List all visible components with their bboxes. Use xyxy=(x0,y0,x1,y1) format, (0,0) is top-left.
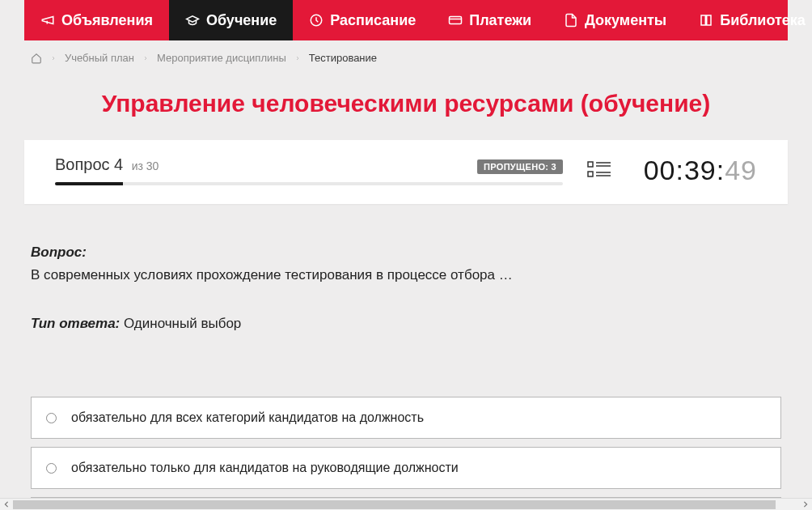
scroll-right-button[interactable] xyxy=(799,499,812,511)
chevron-right-icon xyxy=(50,55,57,62)
grad-cap-icon xyxy=(185,13,200,28)
skipped-badge: ПРОПУЩЕНО: 3 xyxy=(477,159,563,174)
nav-schedule[interactable]: Расписание xyxy=(293,0,432,40)
nav-announcements[interactable]: Объявления xyxy=(24,0,169,40)
scrollbar-track[interactable] xyxy=(13,499,799,511)
page-title: Управление человеческими ресурсами (обуч… xyxy=(24,75,788,140)
option-item[interactable]: обязательно только для кандидатов на рук… xyxy=(31,447,781,489)
nav-label: Объявления xyxy=(61,12,153,29)
breadcrumb: Учебный план Мероприятие дисциплины Тест… xyxy=(24,40,788,75)
book-icon xyxy=(699,13,713,28)
svg-rect-1 xyxy=(450,17,462,24)
nav-label: Документы xyxy=(585,12,666,29)
options-list: обязательно для всех категорий кандидато… xyxy=(24,397,788,510)
svg-rect-2 xyxy=(588,162,593,167)
question-text: В современных условиях прохождение тести… xyxy=(31,267,781,283)
question-total: из 30 xyxy=(132,159,159,172)
status-card: Вопрос 4 из 30 ПРОПУЩЕНО: 3 00:39:49 xyxy=(24,140,788,204)
chevron-right-icon xyxy=(142,55,149,62)
nav-documents[interactable]: Документы xyxy=(548,0,683,40)
card-icon xyxy=(448,13,463,28)
radio-icon[interactable] xyxy=(46,463,57,474)
question-number: Вопрос 4 xyxy=(55,155,123,173)
nav-label: Платежи xyxy=(469,12,531,29)
timer-seconds: 49 xyxy=(725,155,757,185)
nav-label: Расписание xyxy=(330,12,416,29)
horizontal-scrollbar[interactable] xyxy=(0,498,812,510)
clock-icon xyxy=(309,13,324,28)
nav-education[interactable]: Обучение xyxy=(169,0,293,40)
progress-bar xyxy=(55,182,563,185)
question-list-button[interactable] xyxy=(587,160,611,181)
question-block: Вопрос: В современных условиях прохожден… xyxy=(24,204,788,397)
timer-main: 00:39: xyxy=(644,155,725,185)
timer: 00:39:49 xyxy=(636,155,757,186)
nav-label: Обучение xyxy=(206,12,277,29)
breadcrumb-item-current: Тестирование xyxy=(309,52,377,64)
nav-label: Библиотека xyxy=(720,12,806,29)
answer-type: Тип ответа: Одиночный выбор xyxy=(31,316,781,332)
option-item[interactable]: обязательно для всех категорий кандидато… xyxy=(31,397,781,439)
svg-rect-5 xyxy=(588,172,593,176)
radio-icon[interactable] xyxy=(46,413,57,423)
scrollbar-thumb[interactable] xyxy=(13,500,776,509)
breadcrumb-item[interactable]: Учебный план xyxy=(65,52,134,64)
doc-icon xyxy=(564,13,578,28)
scroll-left-button[interactable] xyxy=(0,499,13,511)
top-nav: Объявления Обучение Расписание Платежи Д… xyxy=(24,0,788,40)
megaphone-icon xyxy=(40,13,55,28)
option-text: обязательно для всех категорий кандидато… xyxy=(71,410,424,425)
nav-payments[interactable]: Платежи xyxy=(432,0,548,40)
chevron-right-icon xyxy=(294,55,301,62)
home-icon[interactable] xyxy=(31,53,42,64)
question-head: Вопрос: xyxy=(31,244,781,261)
nav-library[interactable]: Библиотека xyxy=(683,0,812,40)
progress-fill xyxy=(55,182,123,185)
breadcrumb-item[interactable]: Мероприятие дисциплины xyxy=(157,52,286,64)
option-text: обязательно только для кандидатов на рук… xyxy=(71,461,459,475)
